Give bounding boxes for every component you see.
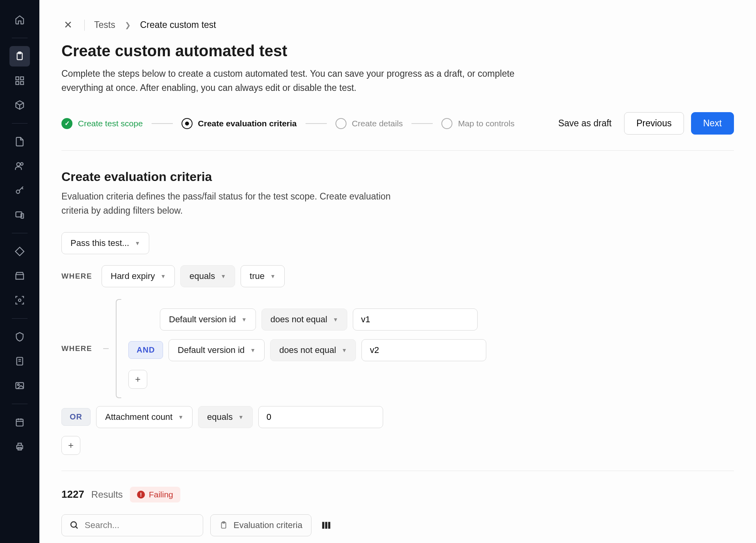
breadcrumb-parent[interactable]: Tests [94,20,115,30]
filter-row: Default version id▼ does not equal▼ [160,308,486,331]
or-badge[interactable]: OR [61,408,91,426]
image-icon[interactable] [9,375,30,396]
check-icon [61,118,72,129]
divider [12,38,28,38]
value-dropdown[interactable]: true▼ [241,265,285,287]
step-map[interactable]: Map to controls [441,118,515,129]
alert-icon: ! [137,491,145,499]
field-dropdown[interactable]: Attachment count▼ [96,406,193,428]
svg-rect-15 [16,382,24,388]
upcoming-step-icon [335,118,346,129]
divider [12,123,28,124]
pass-test-dropdown[interactable]: Pass this test... ▼ [61,232,149,254]
svg-rect-5 [20,81,24,85]
section-heading: Create evaluation criteria [61,170,734,184]
previous-button[interactable]: Previous [624,112,684,135]
value-input[interactable] [361,339,486,361]
where-label: WHERE [61,272,96,281]
search-icon [70,521,79,530]
cube-icon[interactable] [9,95,30,115]
divider [12,404,28,404]
scan-icon[interactable] [9,290,30,310]
step-criteria[interactable]: Create evaluation criteria [182,118,297,129]
save-draft-button[interactable]: Save as draft [553,113,617,133]
svg-point-16 [18,384,19,386]
section-description: Evaluation criteria defines the pass/fai… [61,190,416,218]
step-scope[interactable]: Create test scope [61,118,143,129]
shield-icon[interactable] [9,327,30,347]
svg-point-11 [19,299,21,302]
field-dropdown[interactable]: Hard expiry▼ [102,265,175,287]
page-title: Create custom automated test [61,42,734,60]
chevron-right-icon: ❯ [125,21,131,30]
add-filter-button[interactable]: + [128,370,147,389]
operator-dropdown[interactable]: equals▼ [198,406,253,428]
clipboard-icon[interactable] [9,46,30,66]
chevron-down-icon: ▼ [178,414,183,420]
chevron-down-icon: ▼ [333,316,338,323]
add-filter-row: + [61,436,734,455]
users-icon[interactable] [9,156,30,176]
page-description: Complete the steps below to create a cus… [61,67,550,95]
status-badge: ! Failing [130,487,180,502]
and-badge[interactable]: AND [128,341,163,359]
svg-rect-27 [322,522,324,528]
calendar-icon[interactable] [9,412,30,432]
svg-rect-17 [16,419,23,426]
left-nav [0,0,39,543]
search-input[interactable] [85,520,195,530]
home-icon[interactable] [9,9,30,30]
where-label: WHERE [61,344,96,353]
close-icon[interactable]: ✕ [61,19,75,31]
diamond-icon[interactable] [9,241,30,262]
next-button[interactable]: Next [691,112,734,135]
nested-filter-group: WHERE Default version id▼ does not equal… [61,299,734,398]
step-details[interactable]: Create details [335,118,403,129]
clipboard-icon [219,521,228,530]
operator-dropdown[interactable]: equals▼ [180,265,235,287]
document-icon[interactable] [9,131,30,152]
svg-line-24 [76,526,78,528]
value-input[interactable] [258,406,383,428]
printer-icon[interactable] [9,436,30,457]
svg-rect-3 [20,77,24,80]
chevron-down-icon: ▼ [220,273,226,279]
results-label: Results [91,489,123,500]
stepper: Create test scope Create evaluation crit… [61,112,734,151]
breadcrumb-current: Create custom test [140,20,216,30]
chevron-down-icon: ▼ [238,414,244,420]
svg-rect-29 [328,522,330,528]
filter-row: OR Attachment count▼ equals▼ [61,406,734,428]
operator-dropdown[interactable]: does not equal▼ [270,339,356,361]
operator-dropdown[interactable]: does not equal▼ [261,308,347,331]
svg-point-8 [16,190,20,194]
page-icon[interactable] [9,351,30,371]
device-icon[interactable] [9,205,30,225]
upcoming-step-icon [441,118,452,129]
results-section: 1227 Results ! Failing Evaluation criter… [61,471,734,536]
svg-point-6 [17,163,20,166]
filter-row: WHERE Hard expiry▼ equals▼ true▼ [61,265,734,287]
chevron-down-icon: ▼ [250,347,256,353]
field-dropdown[interactable]: Default version id▼ [160,308,256,331]
step-connector [306,123,327,124]
chevron-down-icon: ▼ [270,273,276,279]
apps-icon[interactable] [9,70,30,91]
current-step-icon [182,118,193,129]
columns-icon[interactable] [319,520,334,530]
store-icon[interactable] [9,266,30,286]
bracket-icon [116,299,121,398]
search-input-wrapper[interactable] [61,514,203,536]
results-count: 1227 [61,488,84,501]
divider [84,20,85,31]
divider [12,318,28,319]
value-input[interactable] [353,308,478,331]
step-connector [411,123,433,124]
filter-row: AND Default version id▼ does not equal▼ [128,339,486,361]
divider [12,233,28,233]
add-filter-button[interactable]: + [61,436,80,455]
key-icon[interactable] [9,180,30,201]
chevron-down-icon: ▼ [241,316,247,323]
criteria-filter-button[interactable]: Evaluation criteria [210,514,311,536]
field-dropdown[interactable]: Default version id▼ [169,339,265,361]
